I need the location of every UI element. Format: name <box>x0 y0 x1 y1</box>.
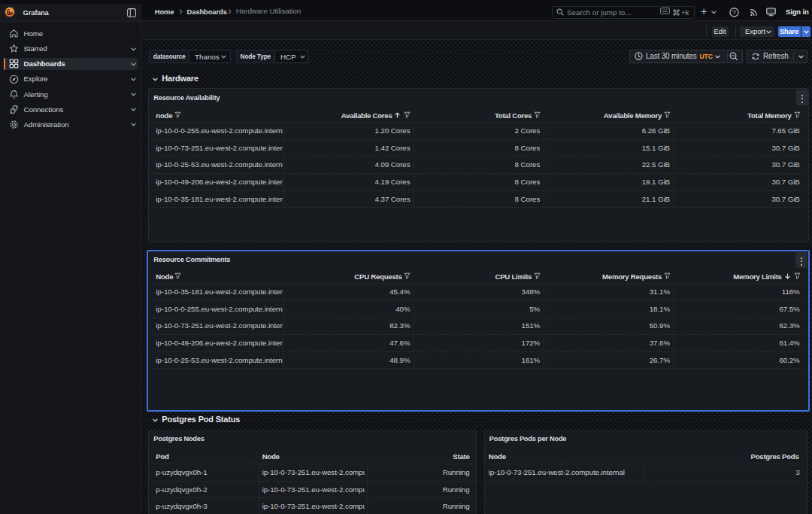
svg-text:?: ? <box>732 9 736 16</box>
